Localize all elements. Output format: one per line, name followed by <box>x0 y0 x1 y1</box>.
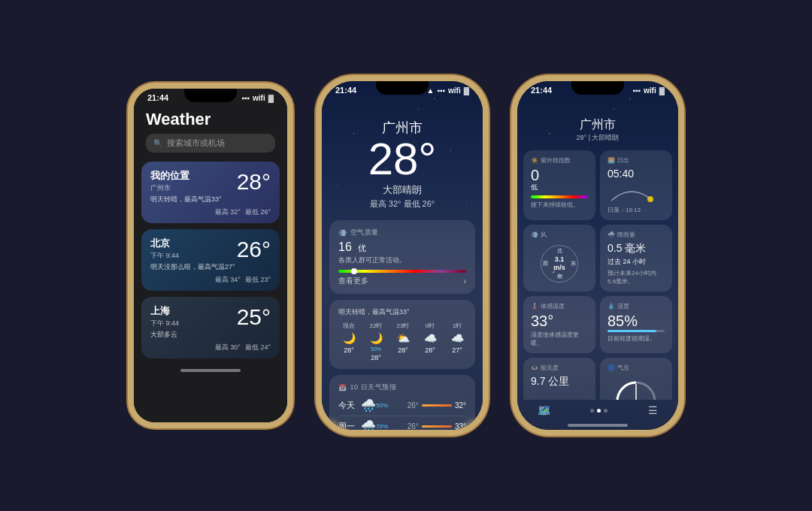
nav-dot-3-2 <box>597 409 601 413</box>
status-icons-3: ▪▪▪ wifi ▓ <box>632 86 665 95</box>
city-high-beijing: 最高 34° <box>215 275 241 285</box>
signal-icon-2: ▪▪▪ <box>437 86 445 95</box>
aqi-card: 💨 空气质量 16 优 各类人群可正常活动。 查看更多 › <box>329 220 475 294</box>
uv-bar <box>531 195 588 198</box>
detail-city-name: 广州市 <box>517 117 678 133</box>
daily-day-today: 今天 <box>338 400 361 411</box>
city-main-range: 最高 32° 最低 26° <box>322 198 483 210</box>
phone-weather-list: 21:44 ▪▪▪ wifi ▓ Weather 🔍 搜索城市或机场 我的位置 … <box>128 83 293 428</box>
stats-grid: ☀️ 紫外线指数 0 低 接下来持续较低。 🌅 日出 05:40 <box>517 147 678 400</box>
map-nav-icon-3[interactable]: 🗺️ <box>538 404 550 416</box>
phone-weather-detail: 21:44 ▲ ▪▪▪ wifi ▓ 广州市 28° 大部晴朗 最高 32° 最… <box>316 75 489 436</box>
svg-point-0 <box>647 196 653 202</box>
precip-value: 0.5 毫米 <box>607 242 665 256</box>
wind-icon-stat: 💨 <box>531 231 538 238</box>
city-temp-beijing: 26° <box>237 237 271 262</box>
city-low-shanghai: 最低 24° <box>245 343 271 352</box>
status-icons-1: ▪▪▪ wifi ▓ <box>241 94 274 102</box>
aqi-indicator <box>351 268 357 274</box>
feels-note: 湿度使体感温度更暖。 <box>531 331 588 347</box>
daily-bar-monday <box>422 425 452 428</box>
visibility-card: 👁️ 能见度 9.7 公里 <box>523 358 595 400</box>
search-icon: 🔍 <box>153 139 162 147</box>
compass-east: 东 <box>571 260 576 268</box>
hour-item-3: 0时 ☁️ 28° <box>420 322 441 361</box>
uv-label: ☀️ 紫外线指数 <box>531 156 588 165</box>
daily-icon-today: 🌧️ <box>361 398 376 413</box>
pressure-label: 🌀 气压 <box>607 364 665 372</box>
list-nav-icon-3[interactable]: ☰ <box>648 404 658 416</box>
daily-bar-today <box>422 404 452 407</box>
city-main-section: 广州市 28° 大部晴朗 最高 32° 最低 26° <box>322 96 483 217</box>
hour-label-4: 1时 <box>453 322 462 330</box>
nav-dot-3-1 <box>590 409 594 413</box>
hour-temp-3: 28° <box>425 346 435 354</box>
sun-icon: ☀️ <box>531 157 538 164</box>
hour-temp-2: 28° <box>398 346 408 354</box>
daily-row-monday: 周一 🌧️ 70% 26° 33° <box>338 416 466 430</box>
uv-value: 0 <box>531 168 588 183</box>
visibility-label: 👁️ 能见度 <box>531 364 588 372</box>
pressure-card: 🌀 气压 ↑ <box>600 358 672 400</box>
city-desc-beijing: 明天没那么暗，最高气温27° <box>150 262 271 272</box>
search-bar[interactable]: 🔍 搜索城市或机场 <box>146 134 275 153</box>
pressure-gauge-svg: ↑ <box>614 375 659 400</box>
wifi-icon-3: wifi <box>644 86 656 95</box>
wind-card: 💨 风 北 南 西 东 3.1m/s ↑ <box>523 225 595 292</box>
weather-list-header: Weather 🔍 搜索城市或机场 <box>134 104 287 156</box>
battery-icon-2: ▓ <box>464 86 469 95</box>
nav-dot-3-3 <box>604 409 607 413</box>
location-icon: ▲ <box>426 86 434 95</box>
daily-title-text: 10 日天气预报 <box>350 382 397 392</box>
hour-item-4: 1时 ☁️ 27° <box>447 322 466 361</box>
daily-icon-monday: 🌧️ <box>361 419 376 430</box>
city-card-beijing[interactable]: 北京 下午 9:44 26° 明天没那么暗，最高气温27° 最高 34° 最低 … <box>141 229 280 291</box>
daily-high-today: 32° <box>455 401 466 410</box>
status-time-1: 21:44 <box>147 93 168 102</box>
aqi-value-row: 16 优 <box>338 240 466 254</box>
precip-forecast: 预计未来24小时内 5.6毫米。 <box>607 269 665 286</box>
see-more-row[interactable]: 查看更多 › <box>338 276 466 286</box>
sunrise-icon: 🌅 <box>607 157 615 164</box>
humidity-bar-fill <box>607 330 656 332</box>
compass-west: 西 <box>543 260 548 268</box>
sunrise-label: 🌅 日出 <box>607 156 665 165</box>
aqi-desc: 各类人群可正常活动。 <box>338 256 466 265</box>
search-placeholder: 搜索城市或机场 <box>167 138 225 149</box>
sunrise-value: 05:40 <box>607 168 665 180</box>
battery-icon: ▓ <box>268 94 274 102</box>
daily-row-today: 今天 🌧️ 50% 26° 32° <box>338 395 466 416</box>
hour-item-2: 23时 ⛅ 28° <box>392 322 414 361</box>
hour-label-0: 现在 <box>343 322 355 330</box>
city-bottom-beijing: 最高 34° 最低 23° <box>150 275 271 285</box>
status-bar-2: 21:44 ▲ ▪▪▪ wifi ▓ <box>322 81 483 96</box>
nav-dots-3 <box>590 409 607 413</box>
daily-range-today: 26° 32° <box>394 401 466 410</box>
humidity-bar-row <box>607 330 665 332</box>
wind-label: 💨 风 <box>531 231 588 239</box>
humidity-bar-bg <box>607 330 665 332</box>
aqi-number: 16 <box>338 240 352 253</box>
battery-icon-3: ▓ <box>659 86 665 95</box>
sunset-value: 日落：19:13 <box>607 206 665 214</box>
precip-label: 🌧️ 降雨量 <box>607 231 665 239</box>
city-card-my-location[interactable]: 我的位置 广州市 28° 明天转晴，最高气温33° 最高 32° 最低 26° <box>141 162 280 223</box>
city-cards-list: 我的位置 广州市 28° 明天转晴，最高气温33° 最高 32° 最低 26° … <box>134 156 287 364</box>
weather-title: Weather <box>146 110 275 129</box>
daily-day-monday: 周一 <box>338 421 361 430</box>
city-low-beijing: 最低 23° <box>245 275 271 285</box>
status-bar-1: 21:44 ▪▪▪ wifi ▓ <box>134 89 287 104</box>
daily-high-monday: 33° <box>455 422 466 430</box>
daily-low-monday: 26° <box>408 422 419 430</box>
signal-icon-3: ▪▪▪ <box>632 86 641 95</box>
city-desc-shanghai: 大部多云 <box>150 330 271 340</box>
hour-label-3: 0时 <box>426 322 435 330</box>
city-card-shanghai[interactable]: 上海 下午 9:44 25° 大部多云 最高 30° 最低 24° <box>141 297 280 358</box>
home-indicator-1 <box>180 369 241 372</box>
detail-header: 广州市 28° | 大部晴朗 <box>517 96 678 147</box>
daily-title-label: 📅 10 日天气预报 <box>338 382 466 392</box>
city-temp-my-location: 28° <box>237 169 271 195</box>
hourly-forecast-card: 明天转晴，最高气温33° 现在 🌙 28° 22时 🌙 50% 28° 23时 … <box>329 300 475 369</box>
signal-icon: ▪▪▪ <box>241 94 250 102</box>
daily-precip-monday: 70% <box>376 423 394 430</box>
